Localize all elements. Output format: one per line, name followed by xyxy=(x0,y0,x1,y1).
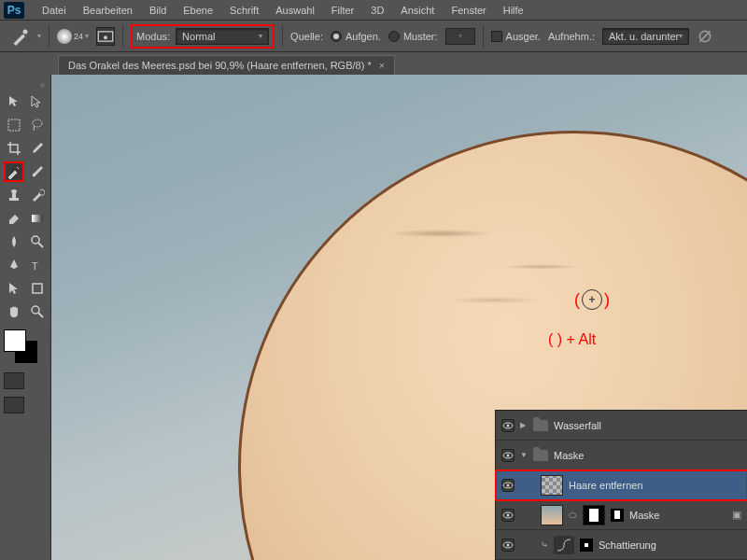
mask-thumbnail[interactable] xyxy=(583,505,605,525)
gradient-tool[interactable] xyxy=(27,208,48,229)
canvas[interactable]: ( + ) ( ) + Alt ▶ Wasserfall ▼ Maske xyxy=(51,75,747,560)
pattern-picker[interactable]: ▾ xyxy=(445,28,475,45)
foreground-color[interactable] xyxy=(4,329,26,352)
layer-maske[interactable]: ⬭ Maske ▣ xyxy=(496,500,747,530)
radio-pattern[interactable]: Muster: xyxy=(388,31,438,42)
menu-bar: Ps Datei Bearbeiten Bild Ebene Schrift A… xyxy=(0,0,747,21)
brush-tool[interactable] xyxy=(27,161,48,182)
filter-mask-thumbnail[interactable] xyxy=(611,509,624,522)
menu-datei[interactable]: Datei xyxy=(34,2,75,19)
mode-dropdown[interactable]: Normal▾ xyxy=(176,28,269,45)
cursor-annotation: ( + ) xyxy=(574,289,610,310)
layer-schattierung[interactable]: ⤷ Schattierung xyxy=(496,530,747,560)
visibility-icon[interactable] xyxy=(501,449,514,462)
close-icon[interactable]: × xyxy=(379,60,385,71)
svg-rect-7 xyxy=(9,198,19,201)
curves-icon[interactable] xyxy=(554,536,574,554)
menu-hilfe[interactable]: Hilfe xyxy=(495,2,532,19)
brush-cursor-icon: + xyxy=(582,289,602,310)
stamp-tool[interactable] xyxy=(4,185,24,205)
link-icon[interactable]: ⬭ xyxy=(569,510,577,521)
menu-schrift[interactable]: Schrift xyxy=(221,2,267,19)
move-tool[interactable] xyxy=(4,91,24,112)
history-brush-tool[interactable] xyxy=(27,185,48,205)
tablet-pressure-icon[interactable] xyxy=(96,27,115,46)
hand-tool[interactable] xyxy=(4,301,24,322)
eyedropper-tool[interactable] xyxy=(27,138,48,159)
healing-brush-tool-icon[interactable] xyxy=(11,27,30,46)
svg-text:T: T xyxy=(32,260,38,272)
menu-ansicht[interactable]: Ansicht xyxy=(392,2,443,19)
menu-3d[interactable]: 3D xyxy=(362,2,392,19)
svg-rect-5 xyxy=(8,119,20,131)
layer-group-maske[interactable]: ▼ Maske xyxy=(496,441,747,470)
mode-label: Modus: xyxy=(136,31,170,42)
brush-preview-icon xyxy=(57,29,72,44)
mode-highlight: Modus: Normal▾ xyxy=(131,24,275,49)
dodge-tool[interactable] xyxy=(27,231,48,252)
svg-point-22 xyxy=(507,483,510,486)
menu-filter[interactable]: Filter xyxy=(323,2,362,19)
mask-thumbnail[interactable] xyxy=(580,539,593,552)
path-selection-tool[interactable] xyxy=(4,278,24,299)
layers-panel: ▶ Wasserfall ▼ Maske Haare entfernen xyxy=(495,410,747,560)
layer-thumbnail[interactable] xyxy=(541,505,563,525)
pen-tool[interactable] xyxy=(4,255,24,275)
layer-thumbnail[interactable] xyxy=(541,475,563,496)
color-swatches[interactable] xyxy=(4,329,39,365)
photoshop-logo: Ps xyxy=(4,2,24,19)
collapse-icon[interactable]: « xyxy=(4,78,47,91)
layer-haare-entfernen[interactable]: Haare entfernen xyxy=(496,470,747,500)
layer-group-wasserfall[interactable]: ▶ Wasserfall xyxy=(496,411,747,441)
healing-brush-tool[interactable] xyxy=(4,161,24,182)
visibility-icon[interactable] xyxy=(501,479,514,492)
svg-point-2 xyxy=(104,35,107,39)
ignore-adjustments-icon[interactable] xyxy=(697,28,713,45)
svg-point-15 xyxy=(32,306,39,314)
aligned-checkbox[interactable]: Ausger. xyxy=(491,31,541,42)
crop-tool[interactable] xyxy=(4,138,24,159)
svg-point-24 xyxy=(507,513,510,516)
screenmode-icon[interactable] xyxy=(4,397,24,413)
type-tool[interactable]: T xyxy=(27,255,48,275)
options-bar: ▾ 24 ▾ Modus: Normal▾ Quelle: Aufgen. Mu… xyxy=(0,21,747,52)
brush-preset-picker[interactable]: 24 ▾ xyxy=(57,29,89,44)
visibility-icon[interactable] xyxy=(501,539,514,552)
menu-bearbeiten[interactable]: Bearbeiten xyxy=(75,2,141,19)
eraser-tool[interactable] xyxy=(4,208,24,229)
zoom-tool[interactable] xyxy=(27,301,48,322)
radio-sampled[interactable]: Aufgen. xyxy=(331,31,381,42)
menu-fenster[interactable]: Fenster xyxy=(443,2,494,19)
visibility-icon[interactable] xyxy=(501,509,514,522)
document-tab[interactable]: Das Orakel des Meeres.psd bei 90,9% (Haa… xyxy=(58,55,395,75)
lasso-tool[interactable] xyxy=(27,115,48,135)
svg-point-9 xyxy=(11,189,17,193)
menu-auswahl[interactable]: Auswahl xyxy=(267,2,323,19)
expand-icon[interactable]: ▶ xyxy=(520,421,528,429)
chevron-down-icon: ▾ xyxy=(259,32,262,40)
svg-point-18 xyxy=(507,424,510,427)
artboard-tool[interactable] xyxy=(27,91,48,112)
visibility-icon[interactable] xyxy=(501,419,514,432)
blur-tool[interactable] xyxy=(4,231,24,252)
tool-dropdown-arrow[interactable]: ▾ xyxy=(37,32,41,40)
svg-line-12 xyxy=(38,243,43,247)
sample-dropdown[interactable]: Akt. u. darunter▾ xyxy=(602,28,689,45)
marquee-tool[interactable] xyxy=(4,115,24,135)
svg-rect-8 xyxy=(12,193,16,198)
menu-bild[interactable]: Bild xyxy=(141,2,175,19)
shape-tool[interactable] xyxy=(27,278,48,299)
quickmask-icon[interactable] xyxy=(4,372,24,389)
svg-point-0 xyxy=(23,29,28,34)
svg-point-26 xyxy=(507,543,510,546)
source-label: Quelle: xyxy=(290,31,323,42)
collapse-icon[interactable]: ▼ xyxy=(520,451,528,459)
filter-toggle-icon[interactable]: ▣ xyxy=(732,509,741,521)
svg-rect-10 xyxy=(32,215,43,222)
menu-ebene[interactable]: Ebene xyxy=(175,2,221,19)
folder-icon xyxy=(533,450,548,461)
svg-point-20 xyxy=(507,454,510,456)
alt-annotation: ( ) + Alt xyxy=(548,331,596,348)
chevron-down-icon: ▾ xyxy=(85,32,89,40)
svg-point-11 xyxy=(32,236,39,244)
